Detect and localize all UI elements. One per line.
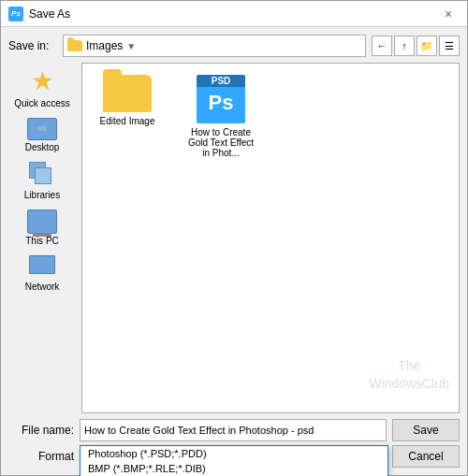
monitor-shape	[29, 255, 55, 274]
file-item-psd[interactable]: PSD Ps How to Create Gold Text Effect in…	[183, 71, 258, 162]
sidebar-item-network[interactable]: Network	[8, 252, 76, 296]
app-icon: Ps	[8, 7, 23, 22]
save-in-row: Save in: Images ▼ ← ↑ 📁 ☰	[8, 35, 460, 57]
up-button[interactable]: ↑	[394, 36, 415, 56]
sidebar: ★ Quick access Desktop Libraries Thi	[8, 63, 76, 413]
ps-text: Ps	[209, 91, 234, 115]
sidebar-label-quick-access: Quick access	[14, 98, 69, 108]
sidebar-item-quick-access[interactable]: ★ Quick access	[8, 63, 76, 112]
format-label: Format	[8, 450, 74, 463]
file-browser: Edited Image PSD Ps How to Create Gold T…	[81, 63, 460, 413]
sidebar-label-desktop: Desktop	[25, 142, 60, 152]
sidebar-label-libraries: Libraries	[24, 190, 60, 200]
folder-icon-small	[67, 40, 82, 51]
psd-file-icon: PSD Ps	[197, 75, 245, 123]
desktop-icon	[27, 118, 57, 140]
libraries-icon	[29, 162, 55, 188]
watermark: The WindowsClub	[369, 357, 449, 394]
network-icon	[27, 255, 57, 280]
close-button[interactable]: ×	[437, 3, 460, 25]
save-in-value: Images	[86, 39, 123, 52]
toolbar-icons: ← ↑ 📁 ☰	[372, 36, 460, 56]
save-as-dialog: Ps Save As × Save in: Images ▼ ← ↑ 📁 ☰	[0, 0, 468, 476]
title-bar: Ps Save As ×	[1, 1, 467, 27]
chevron-down-icon: ▼	[126, 41, 136, 51]
save-in-combo[interactable]: Images ▼	[63, 35, 366, 57]
watermark-line2: WindowsClub	[369, 376, 449, 391]
filename-label: File name:	[8, 424, 74, 437]
back-button[interactable]: ←	[372, 36, 392, 56]
dialog-body: Save in: Images ▼ ← ↑ 📁 ☰ ★ Quick access	[1, 27, 467, 475]
filename-row: File name: Save	[8, 419, 460, 441]
watermark-line1: The	[398, 358, 420, 373]
view-button[interactable]: ☰	[439, 36, 460, 56]
folder-large-icon	[103, 75, 152, 112]
sidebar-label-this-pc: This PC	[25, 236, 59, 246]
content-area: ★ Quick access Desktop Libraries Thi	[8, 63, 460, 413]
save-in-label: Save in:	[8, 39, 57, 52]
filename-input[interactable]	[80, 419, 387, 441]
file-name-psd: How to Create Gold Text Effect in Phot..…	[187, 127, 255, 158]
cancel-button[interactable]: Cancel	[392, 445, 460, 468]
thispc-icon	[27, 209, 57, 234]
star-icon: ★	[31, 66, 54, 96]
save-button[interactable]: Save	[392, 419, 460, 441]
title-bar-text: Save As	[29, 7, 437, 21]
dropdown-item-0[interactable]: Photoshop (*.PSD;*.PDD)	[80, 446, 388, 461]
sidebar-item-this-pc[interactable]: This PC	[8, 206, 76, 250]
format-dropdown[interactable]: Photoshop (*.PSD;*.PDD) BMP (*.BMP;*.RLE…	[80, 445, 388, 476]
dropdown-item-1[interactable]: BMP (*.BMP;*.RLE;*.DIB)	[80, 461, 388, 476]
create-folder-button[interactable]: 📁	[417, 36, 437, 56]
file-name-edited: Edited Image	[100, 116, 155, 126]
format-section: Format Photoshop (*.PSD;*.PDD) ▼ Cancel …	[8, 445, 460, 468]
app-icon-text: Ps	[11, 9, 21, 18]
sidebar-item-desktop[interactable]: Desktop	[8, 114, 76, 156]
file-item-folder[interactable]: Edited Image	[90, 71, 165, 130]
sidebar-item-libraries[interactable]: Libraries	[8, 158, 76, 204]
psd-label: PSD	[197, 75, 245, 87]
sidebar-label-network: Network	[25, 281, 60, 292]
bottom-section: File name: Save Format Photoshop (*.PSD;…	[8, 419, 460, 468]
